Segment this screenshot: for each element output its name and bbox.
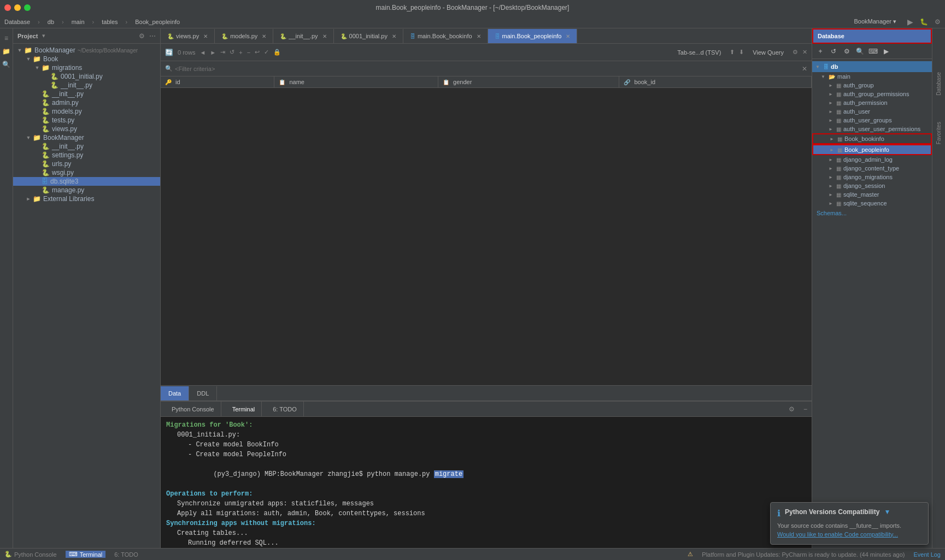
run-button[interactable]: ▶ (907, 17, 913, 26)
schemas-link[interactable]: Schemas... (812, 208, 932, 219)
db-tree-book-bookinfo[interactable]: ► ▦ Book_bookinfo (812, 133, 932, 144)
tab-bookinfo[interactable]: 🗄 main.Book_bookinfo ✕ (403, 29, 488, 43)
col-header-id[interactable]: 🔑 id (161, 76, 274, 88)
tree-item-bookmanager-inner[interactable]: ▼ 📁 BookManager (13, 133, 160, 142)
db-tree-db[interactable]: ▼ 🗄 db (812, 61, 932, 72)
db-run-btn[interactable]: ▶ (880, 45, 892, 57)
popup-link[interactable]: Would you like to enable Code compatibil… (777, 531, 898, 538)
tab-ddl[interactable]: DDL (189, 386, 217, 400)
col-header-name[interactable]: 📋 name (274, 76, 438, 88)
db-console-btn[interactable]: ⌨ (867, 45, 879, 57)
filter-close[interactable]: ✕ (802, 65, 807, 73)
breadcrumb-main[interactable]: main (72, 19, 85, 25)
close-tab-models[interactable]: ✕ (262, 33, 266, 39)
next-page[interactable]: ► (210, 49, 216, 56)
db-tree-django-content-type[interactable]: ► ▦ django_content_type (812, 164, 932, 173)
tree-item-admin[interactable]: 🐍 admin.py (13, 98, 160, 107)
close-tab-init[interactable]: ✕ (322, 33, 327, 39)
db-settings-btn[interactable]: ⚙ (841, 45, 853, 57)
add-row-btn[interactable]: + (239, 49, 242, 56)
tree-item-external[interactable]: ► 📁 External Libraries (13, 194, 160, 203)
tree-item-bookmanager-root[interactable]: ▼ 📁 BookManager ~/Desktop/BookManager (13, 46, 160, 55)
db-tree-auth-user[interactable]: ► ▦ auth_user (812, 107, 932, 116)
tab-init-py[interactable]: 🐍 __init__.py ✕ (273, 29, 333, 43)
breadcrumb-table[interactable]: Book_peopleinfo (135, 19, 180, 25)
project-dropdown[interactable]: ▾ (42, 32, 45, 39)
tree-item-0001-initial[interactable]: 🐍 0001_initial.py (13, 72, 160, 81)
tsv-format[interactable]: Tab-se...d (TSV) (673, 48, 725, 57)
favorites-strip-label[interactable]: Favorites (936, 122, 942, 144)
close-tab-bookinfo[interactable]: ✕ (477, 33, 481, 39)
db-tree-auth-permission[interactable]: ► ▦ auth_permission (812, 98, 932, 107)
tree-item-urls[interactable]: 🐍 urls.py (13, 160, 160, 168)
db-refresh-icon[interactable]: 🔄 (165, 49, 173, 56)
revert-btn[interactable]: ↩ (255, 49, 260, 56)
bookmanager-dropdown[interactable]: BookManager ▾ (854, 18, 896, 25)
db-tree-sqlite-master[interactable]: ► ▦ sqlite_master (812, 190, 932, 199)
terminal-gear-icon[interactable]: ⚙ (789, 405, 795, 413)
commit-btn[interactable]: ✓ (264, 49, 269, 56)
db-tree-auth-group[interactable]: ► ▦ auth_group (812, 81, 932, 90)
debug-button[interactable]: 🐛 (920, 18, 928, 26)
tree-item-init-book[interactable]: 🐍 __init__.py (13, 90, 160, 98)
close-tab-0001[interactable]: ✕ (392, 33, 396, 39)
reload-btn[interactable]: ↺ (230, 49, 234, 56)
terminal-status[interactable]: ⌨ Terminal (66, 551, 106, 558)
tab-peopleinfo[interactable]: 🗄 main.Book_peopleinfo ✕ (488, 29, 578, 43)
tab-data[interactable]: Data (161, 386, 189, 400)
db-add-btn[interactable]: + (814, 45, 826, 57)
database-strip-label[interactable]: Database (936, 72, 942, 96)
project-settings[interactable]: ⚙ (139, 32, 145, 40)
breadcrumb-database[interactable]: Database (4, 19, 30, 25)
tree-item-manage[interactable]: 🐍 manage.py (13, 186, 160, 194)
tree-item-tests[interactable]: 🐍 tests.py (13, 116, 160, 125)
settings-button[interactable]: ⚙ (935, 18, 941, 26)
tree-item-init-migrations[interactable]: 🐍 __init__.py (13, 81, 160, 90)
tab-models-py[interactable]: 🐍 models.py ✕ (215, 29, 273, 43)
breadcrumb-tables[interactable]: tables (102, 19, 118, 25)
popup-collapse[interactable]: ▼ (884, 508, 890, 516)
terminal-minimize[interactable]: − (803, 405, 807, 413)
minimize-button[interactable] (14, 4, 21, 11)
close-db-panel[interactable]: ✕ (802, 49, 807, 56)
db-tree-auth-user-groups[interactable]: ► ▦ auth_user_groups (812, 116, 932, 125)
maximize-button[interactable] (24, 4, 31, 11)
tree-item-db-sqlite3[interactable]: 🗄 db.sqlite3 (13, 177, 160, 186)
db-filter-btn[interactable]: 🔍 (854, 45, 866, 57)
filter-input[interactable] (175, 66, 800, 72)
db-tree-auth-group-perms[interactable]: ► ▦ auth_group_permissions (812, 90, 932, 98)
tree-item-init-bm[interactable]: 🐍 __init__.py (13, 142, 160, 151)
col-header-gender[interactable]: 📋 gender (438, 76, 619, 88)
tree-item-models[interactable]: 🐍 models.py (13, 107, 160, 116)
terminal-tab-terminal[interactable]: Terminal (226, 402, 262, 417)
tab-0001-py[interactable]: 🐍 0001_initial.py ✕ (334, 29, 403, 43)
terminal-tab-todo[interactable]: 6: TODO (266, 402, 304, 417)
project-gear[interactable]: ⋯ (149, 32, 156, 40)
close-tab-peopleinfo[interactable]: ✕ (566, 33, 570, 39)
db-refresh-tree-btn[interactable]: ↺ (827, 45, 840, 57)
db-gear-icon[interactable]: ⚙ (793, 49, 798, 56)
delete-row-btn[interactable]: − (247, 49, 250, 56)
db-tree-django-admin-log[interactable]: ► ▦ django_admin_log (812, 155, 932, 164)
db-tree-book-peopleinfo[interactable]: ► ▦ Book_peopleinfo (812, 144, 932, 155)
db-tree-django-migrations[interactable]: ► ▦ django_migrations (812, 173, 932, 181)
prev-page[interactable]: ◄ (199, 49, 206, 56)
event-log[interactable]: Event Log (913, 551, 941, 558)
close-tab-views[interactable]: ✕ (203, 33, 208, 39)
python-console-status[interactable]: 🐍 Python Console (4, 551, 57, 558)
search-button[interactable]: 🔍 (1, 59, 12, 70)
terminal-tab-python[interactable]: Python Console (165, 402, 221, 417)
tree-item-settings[interactable]: 🐍 settings.py (13, 151, 160, 160)
db-tree-main[interactable]: ▼ 📂 main (812, 72, 932, 81)
project-button[interactable]: 📁 (1, 46, 12, 57)
close-button[interactable] (4, 4, 11, 11)
tree-item-book[interactable]: ▼ 📁 Book (13, 55, 160, 63)
structure-button[interactable]: ≡ (1, 33, 12, 44)
db-tree-auth-user-user-perms[interactable]: ► ▦ auth_user_user_permissions (812, 125, 932, 133)
tree-item-views[interactable]: 🐍 views.py (13, 125, 160, 133)
lock-btn[interactable]: 🔒 (273, 49, 281, 56)
db-tree-sqlite-sequence[interactable]: ► ▦ sqlite_sequence (812, 199, 932, 208)
tree-item-migrations[interactable]: ▼ 📁 migrations (13, 63, 160, 72)
view-query-btn[interactable]: View Query (748, 48, 788, 57)
import-btn[interactable]: ⬇ (739, 49, 744, 56)
